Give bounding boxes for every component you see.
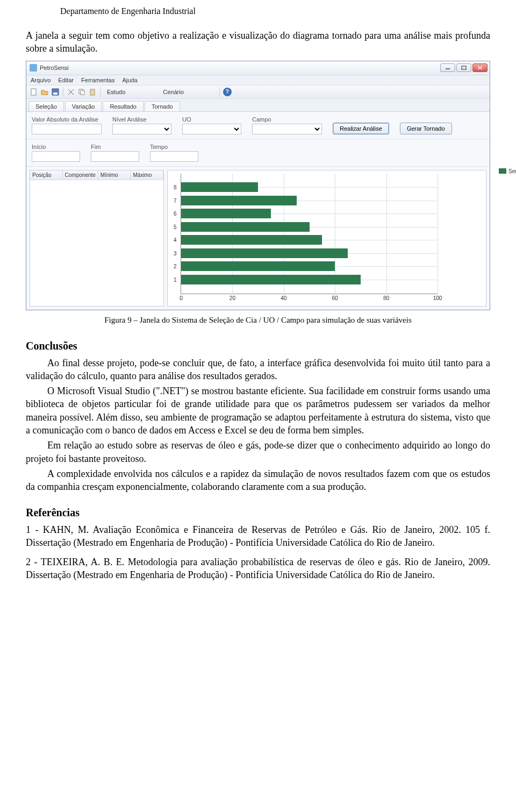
svg-rect-10 <box>81 90 84 95</box>
y-tick: 4 <box>174 237 177 243</box>
menu-ferramentas[interactable]: Ferramentas <box>81 77 114 83</box>
reference-1: 1 - KAHN, M. Avaliação Econômica e Finan… <box>26 523 490 550</box>
toolbar-label-estudo: Estudo <box>107 89 125 95</box>
tab-resultado[interactable]: Resultado <box>103 101 144 111</box>
x-tick: 60 <box>332 295 338 301</box>
menu-ajuda[interactable]: Ajuda <box>122 77 137 83</box>
maximize-button[interactable] <box>456 63 471 72</box>
tab-selecao[interactable]: Seleção <box>28 101 64 111</box>
select-campo[interactable] <box>252 124 322 134</box>
legend-label: Series1 <box>508 168 516 174</box>
label-valor-absoluto: Valor Absoluto da Análise <box>32 116 102 123</box>
app-icon <box>30 64 37 72</box>
label-nivel-analise: Nível Análise <box>112 116 171 123</box>
y-tick: 5 <box>174 224 177 230</box>
y-tick: 7 <box>174 197 177 203</box>
x-tick: 40 <box>281 295 286 301</box>
legend-swatch-icon <box>499 168 506 174</box>
y-tick: 6 <box>174 211 177 217</box>
toolbar-separator <box>100 87 101 97</box>
y-tick: 2 <box>174 263 177 269</box>
label-campo: Campo <box>252 116 322 123</box>
svg-rect-1 <box>462 66 466 69</box>
conclusoes-p1: Ao final desse projeto, pode-se concluir… <box>26 357 490 383</box>
results-grid: Posição Componente Mínimo Máximo <box>30 170 164 307</box>
select-nivel-analise[interactable] <box>112 124 171 134</box>
col-componente: Componente <box>63 170 98 180</box>
chart-bar <box>181 222 310 232</box>
conclusoes-p2: O Microsoft Visual Studio (".NET") se mo… <box>26 384 490 437</box>
label-inicio: Início <box>32 144 80 150</box>
save-icon[interactable] <box>51 88 60 96</box>
copy-icon[interactable] <box>77 88 86 96</box>
toolbar-label-cenario: Cenário <box>163 89 184 95</box>
figure-caption: Figura 9 – Janela do Sistema de Seleção … <box>26 316 490 325</box>
y-tick: 3 <box>174 250 177 256</box>
toolbar-separator <box>63 87 63 97</box>
svg-rect-6 <box>53 92 58 95</box>
referencias-heading: Referências <box>26 507 490 519</box>
filter-panel-2: Início Fim Tempo <box>26 139 490 167</box>
help-icon[interactable]: ? <box>223 88 232 96</box>
chart-bar <box>181 261 335 271</box>
menu-arquivo[interactable]: Arquivo <box>31 77 51 83</box>
chart-bar <box>181 235 322 245</box>
x-tick: 20 <box>230 295 235 301</box>
menubar: Arquivo Editar Ferramentas Ajuda <box>26 75 490 85</box>
svg-rect-4 <box>31 89 36 95</box>
y-tick: 8 <box>174 184 177 190</box>
input-fim[interactable] <box>91 151 139 162</box>
svg-rect-11 <box>90 89 95 95</box>
chart-bar <box>181 275 361 284</box>
input-valor-absoluto[interactable] <box>32 124 102 134</box>
titlebar: PetroSensi <box>26 61 490 75</box>
tab-variacao[interactable]: Variação <box>65 101 102 111</box>
label-fim: Fim <box>91 144 139 150</box>
chart-bar <box>181 209 271 218</box>
x-tick: 100 <box>433 295 442 301</box>
select-uo[interactable] <box>182 124 241 134</box>
minimize-button[interactable] <box>440 63 455 72</box>
realizar-analise-button[interactable]: Realizar Análise <box>333 123 389 134</box>
label-tempo: Tempo <box>150 144 198 150</box>
input-tempo[interactable] <box>150 151 198 162</box>
gerar-tornado-button[interactable]: Gerar Tornado <box>400 123 452 134</box>
department-header: Departamento de Engenharia Industrial <box>60 6 490 16</box>
y-tick: 1 <box>174 276 177 282</box>
content-area: Posição Componente Mínimo Máximo Series1… <box>26 167 490 310</box>
close-button[interactable] <box>472 63 488 72</box>
tornado-chart: Series1 02040608010087654321 <box>167 170 486 307</box>
label-uo: UO <box>182 116 241 123</box>
app-window: PetroSensi Arquivo Editar Ferramentas Aj… <box>26 61 490 310</box>
col-minimo: Mínimo <box>98 170 131 180</box>
menu-editar[interactable]: Editar <box>58 77 74 83</box>
col-posicao: Posição <box>30 170 63 180</box>
col-maximo: Máximo <box>131 170 163 180</box>
x-tick: 0 <box>180 295 183 301</box>
chart-bar <box>181 182 258 192</box>
chart-bar <box>181 196 297 205</box>
new-icon[interactable] <box>30 88 38 96</box>
conclusoes-p4: A complexidade envolvida nos cálculos e … <box>26 467 490 494</box>
cut-icon[interactable] <box>67 88 75 96</box>
open-icon[interactable] <box>40 88 49 96</box>
reference-2: 2 - TEIXEIRA, A. B. E. Metodologia para … <box>26 555 490 582</box>
chart-legend: Series1 <box>499 168 516 174</box>
tab-tornado[interactable]: Tornado <box>145 101 180 111</box>
grid-body[interactable] <box>30 180 163 296</box>
filter-panel-1: Valor Absoluto da Análise Nível Análise … <box>26 112 490 139</box>
conclusoes-p3: Em relação ao estudo sobre as reservas d… <box>26 439 490 465</box>
tab-strip: Seleção Variação Resultado Tornado <box>26 99 490 112</box>
paste-icon[interactable] <box>88 88 97 96</box>
conclusoes-heading: Conclusões <box>26 340 490 352</box>
input-inicio[interactable] <box>32 151 80 162</box>
intro-paragraph: A janela a seguir tem como objetivo a re… <box>26 29 490 55</box>
chart-bar <box>181 248 348 258</box>
x-tick: 80 <box>383 295 389 301</box>
toolbar-separator <box>219 87 220 97</box>
window-title: PetroSensi <box>40 65 69 71</box>
toolbar: Estudo Cenário ? <box>26 85 490 99</box>
